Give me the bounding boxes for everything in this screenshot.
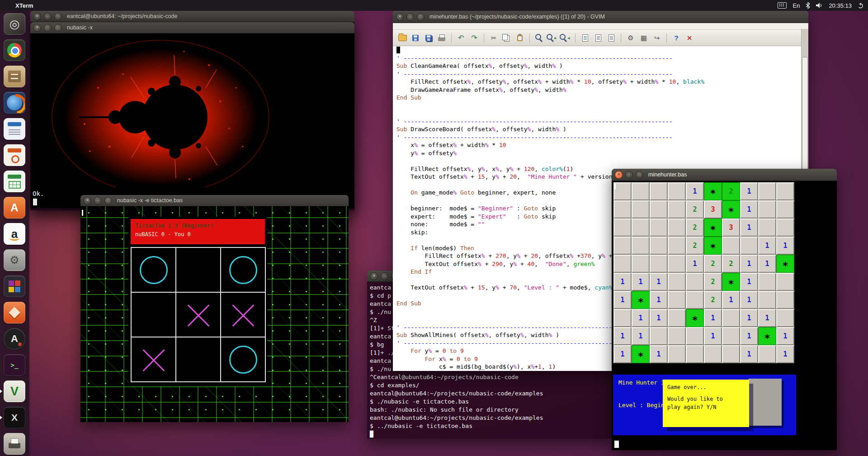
mine-cell[interactable]	[613, 237, 632, 255]
mine-cell[interactable]: 1	[650, 291, 668, 309]
maximize-button[interactable]	[417, 13, 425, 21]
mine-cell[interactable]: 1	[740, 273, 758, 291]
mine-cell[interactable]: 1	[740, 200, 758, 218]
mine-cell[interactable]: *	[776, 255, 794, 273]
mine-cell[interactable]: 1	[740, 255, 758, 273]
mine-cell[interactable]	[668, 182, 686, 200]
mine-cell[interactable]: 1	[613, 345, 632, 363]
toolbar-session-load-button[interactable]	[592, 32, 604, 44]
mine-cell[interactable]	[613, 255, 632, 273]
mine-cell[interactable]	[704, 345, 722, 363]
mine-cell[interactable]	[758, 273, 776, 291]
mine-cell[interactable]: *	[704, 237, 722, 255]
mine-cell[interactable]	[758, 218, 776, 237]
close-button[interactable]	[33, 24, 41, 32]
mine-cell[interactable]: 3	[722, 218, 740, 237]
mine-cell[interactable]	[668, 200, 686, 218]
mine-cell[interactable]: 2	[686, 200, 704, 218]
mine-cell[interactable]: *	[632, 345, 650, 363]
mine-cell[interactable]: 1	[740, 345, 758, 363]
mine-cell[interactable]	[668, 309, 686, 327]
mine-cell[interactable]: 2	[686, 237, 704, 255]
volume-icon[interactable]	[816, 3, 823, 8]
mine-cell[interactable]	[776, 218, 794, 237]
mine-cell[interactable]	[632, 200, 650, 218]
mine-cell[interactable]: 1	[650, 309, 668, 327]
toolbar-tags-button[interactable]: ▦	[638, 32, 650, 44]
mine-cell[interactable]: 1	[758, 309, 776, 327]
mine-cell[interactable]: 2	[704, 255, 722, 273]
mine-cell[interactable]	[686, 345, 704, 363]
close-button[interactable]	[84, 197, 91, 204]
mine-cell[interactable]	[776, 273, 794, 291]
titlebar[interactable]: nubasic -x	[30, 22, 354, 33]
mine-cell[interactable]: 1	[776, 345, 794, 363]
mine-cell[interactable]: 1	[740, 218, 758, 237]
ttt-cell[interactable]	[221, 247, 265, 292]
mine-cell[interactable]	[776, 200, 794, 218]
mine-cell[interactable]: 2	[704, 291, 722, 309]
launcher-item-amazon[interactable]: a	[0, 221, 29, 247]
titlebar[interactable]: minehunter.bas	[612, 169, 837, 181]
mine-cell[interactable]	[632, 255, 650, 273]
keyboard-layout-icon[interactable]	[778, 2, 787, 9]
keyboard-layout-indicator[interactable]: En	[793, 2, 800, 9]
mine-cell[interactable]	[668, 345, 686, 363]
titlebar[interactable]: eantcal@ubuntu64: ~/projects/nubasic-cod…	[30, 11, 354, 22]
toolbar-undo-button[interactable]: ↶	[455, 32, 467, 44]
mine-cell[interactable]	[650, 255, 668, 273]
mine-cell[interactable]: 1	[740, 309, 758, 327]
mine-cell[interactable]: 1	[776, 237, 794, 255]
mine-cell[interactable]	[776, 182, 794, 200]
toolbar-save-button[interactable]	[410, 32, 421, 44]
mine-cell[interactable]: 1	[650, 273, 668, 291]
mine-cell[interactable]	[686, 273, 704, 291]
maximize-button[interactable]	[54, 24, 62, 32]
mine-cell[interactable]	[613, 218, 632, 237]
toolbar-redo-button[interactable]: ↷	[468, 32, 480, 44]
mine-cell[interactable]	[758, 291, 776, 309]
mine-cell[interactable]	[632, 218, 650, 237]
close-button[interactable]	[615, 171, 623, 179]
toolbar-find-button[interactable]	[533, 32, 545, 44]
mine-cell[interactable]	[650, 237, 668, 255]
mine-cell[interactable]	[613, 200, 632, 218]
mine-cell[interactable]	[758, 345, 776, 363]
game-over-dialog[interactable]: Game over... Would you like to play agai…	[663, 380, 749, 427]
ttt-cell[interactable]	[131, 292, 176, 337]
mine-cell[interactable]: 1	[632, 327, 650, 345]
mine-cell[interactable]: 2	[722, 255, 740, 273]
power-menu-icon[interactable]	[858, 3, 863, 9]
titlebar[interactable]: nubasic -x -e tictactoe.bas	[80, 195, 349, 206]
launcher-item-libreoffice-writer[interactable]	[0, 116, 29, 142]
mine-cell[interactable]	[722, 237, 740, 255]
ttt-cell[interactable]	[221, 337, 265, 382]
mine-cell[interactable]	[668, 273, 686, 291]
toolbar-cut-button[interactable]: ✂	[488, 32, 500, 44]
mine-cell[interactable]	[632, 182, 650, 200]
launcher-item-dash-home[interactable]: ◎	[0, 11, 29, 37]
toolbar-session-new-button[interactable]	[579, 32, 591, 44]
toolbar-print-button[interactable]	[436, 32, 448, 44]
mine-cell[interactable]	[668, 255, 686, 273]
toolbar-paste-button[interactable]	[514, 32, 526, 44]
launcher-item-colored-blocks[interactable]	[0, 273, 29, 299]
mine-cell[interactable]: 1	[722, 291, 740, 309]
mine-cell[interactable]: *	[704, 182, 722, 200]
launcher-item-libreoffice-impress[interactable]	[0, 142, 29, 168]
launcher-item-system-settings[interactable]: ⚙	[0, 247, 29, 273]
mine-cell[interactable]	[758, 200, 776, 218]
toolbar-find-prev-button[interactable]: ◂	[560, 32, 571, 44]
maximize-button[interactable]	[54, 13, 62, 20]
toolbar-help-button[interactable]: ?	[670, 32, 682, 44]
toolbar-copy-button[interactable]	[501, 32, 513, 44]
mine-cell[interactable]: 1	[740, 327, 758, 345]
mine-cell[interactable]	[650, 218, 668, 237]
minimize-button[interactable]	[44, 13, 52, 20]
mine-cell[interactable]: 1	[704, 309, 722, 327]
mine-cell[interactable]	[613, 309, 632, 327]
toolbar-jump-button[interactable]: ↪	[651, 32, 663, 44]
mine-cell[interactable]: 2	[704, 273, 722, 291]
ttt-cell[interactable]	[176, 337, 221, 382]
mine-cell[interactable]: 1	[704, 327, 722, 345]
